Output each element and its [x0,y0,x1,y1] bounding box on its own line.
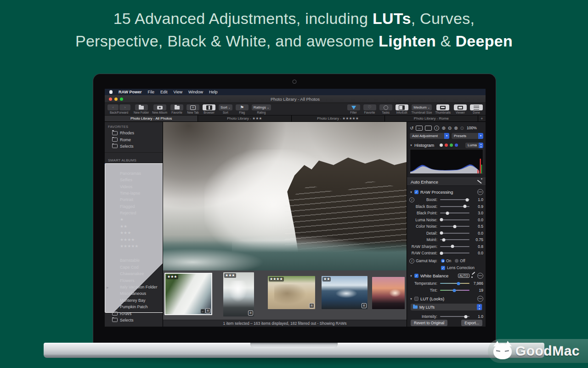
disclosure-triangle-icon[interactable]: ▶ [107,286,109,289]
favorite-button[interactable]: ♡ Favorite [363,104,376,114]
fit-width-icon[interactable]: ↔ [416,126,423,131]
sidebar-item-3-star[interactable]: ★★★ [105,230,163,236]
slider-track[interactable] [440,226,469,227]
sidebar-item-flowers[interactable]: Flowers [105,277,163,283]
gamut-on-radio[interactable] [441,259,445,263]
channel-green-dot[interactable] [450,144,453,147]
options-ellipsis-icon[interactable]: ••• [477,189,483,195]
slider-knob[interactable] [465,198,469,201]
sidebar-item-raws[interactable]: RAWs [105,310,163,316]
sidebar-item-pumpkin-patch[interactable]: Pumpkin Patch [105,304,163,310]
disclosure-triangle-icon[interactable]: ▼ [410,298,413,300]
my-luts-select[interactable]: My LUTs ▴▾ [411,304,482,310]
eyedropper-icon[interactable] [471,274,475,278]
new-folder-button[interactable]: New Folder [134,104,149,114]
zoom-fill-icon[interactable]: ⊙ [460,126,464,131]
sidebar-item-selects-fav[interactable]: Selects [105,143,163,150]
slider-knob[interactable] [440,218,443,221]
sidebar-item-flagged[interactable]: Flagged [105,203,163,210]
sidebar-item-1-star[interactable]: ★ [105,216,163,223]
slider-track[interactable] [440,253,469,253]
slider-track[interactable] [440,219,469,220]
lens-correction-checkbox[interactable]: ✓ [441,266,445,270]
tasks-button[interactable]: Tasks [379,104,392,114]
slider-knob[interactable] [452,289,456,292]
sort-dropdown[interactable]: Sort⌄ Sort [219,104,232,114]
new-tab-button[interactable]: + New Tab [187,104,199,114]
slider-knob[interactable] [442,238,445,242]
channel-luma-dot[interactable] [440,144,443,147]
disclosure-triangle-icon[interactable]: ▼ [410,275,413,277]
sidebar-item-4-star[interactable]: ★★★★ [105,236,163,242]
thumbnails-button[interactable]: Thumbnails [435,104,451,114]
options-ellipsis-icon[interactable]: ••• [477,296,483,302]
sidebar-item-chawanakee[interactable]: Chawanakee [105,270,163,277]
browser-toggle-button[interactable]: Browser [203,104,215,114]
auto-enhance-bar[interactable]: Auto Enhance [407,178,486,186]
slider-knob[interactable] [440,231,443,235]
apple-menu-icon[interactable] [109,90,113,94]
filmstrip-thumb-2[interactable]: ★★★ R [223,272,254,316]
tab-all-photos[interactable]: Photo Library - All Photos [105,115,198,121]
filmstrip-thumb-3[interactable]: ★★★★ R [268,276,315,309]
menu-window[interactable]: Window [188,90,203,94]
sidebar-item-monterey-bay[interactable]: Monterey Bay [105,297,163,304]
menu-view[interactable]: View [174,90,182,94]
sidebar-item-5-star[interactable]: ★★★★★ [105,243,163,249]
disclosure-triangle-icon[interactable]: ▼ [410,191,413,194]
slider-track[interactable] [440,233,469,234]
thumbnail-size-dropdown[interactable]: Medium⌄ Thumbnail Size [412,104,432,114]
ratings-dropdown[interactable]: Ratings⌄ Rating [252,104,271,114]
slider-track[interactable] [440,239,469,240]
info-icon[interactable]: i [409,197,414,202]
menu-file[interactable]: File [148,90,155,94]
filmstrip-thumb-5[interactable] [372,277,405,309]
add-adjustment-dropdown[interactable]: Add Adjustment▾ [410,133,449,139]
sidebar-item-barnstable[interactable]: Barnstable [105,257,163,264]
sidebar-item-rhodes[interactable]: Rhodes [105,130,163,136]
channel-select[interactable]: Luma▴▾ [465,143,483,148]
menu-help[interactable]: Help [209,90,218,94]
sidebar-item-portrait[interactable]: Portrait [105,196,163,203]
rotate-icon[interactable]: ↺ [410,126,413,131]
export-button[interactable]: Export... [461,320,482,326]
zoom-fit-icon[interactable]: ⊗ [454,126,458,131]
slider-knob[interactable] [451,245,454,248]
slider-track[interactable] [440,316,469,317]
sidebar-item-2-star[interactable]: ★★ [105,223,163,230]
sidebar-item-time-lapse[interactable]: Time-lapse [105,190,163,196]
slider-track[interactable] [440,246,469,247]
flag-button[interactable]: ⚑ Flag [236,104,249,114]
sidebar-item-miscellaneous[interactable]: Miscellaneous [105,290,163,297]
sidebar-item-selects[interactable]: Selects [105,317,163,323]
menu-edit[interactable]: Edit [160,90,168,94]
forward-button[interactable]: › [119,104,130,110]
back-button[interactable]: ‹ [107,104,119,110]
lut-checkbox[interactable]: ✓ [414,297,418,301]
filmstrip-thumb-4[interactable]: ★★ R [322,276,368,309]
sidebar-item-videos[interactable]: Videos [105,183,163,190]
disclosure-triangle-icon[interactable]: ▼ [410,144,413,147]
tab-rome[interactable]: Photo Library - Rome [385,115,478,121]
compare-icon[interactable] [425,126,432,131]
slider-track[interactable] [440,206,469,207]
sidebar-item-selfies[interactable]: Selfies [105,177,163,183]
sidebar-item-italy-vacation-folder[interactable]: ▶Italy Vacation Folder [105,284,163,290]
filter-button[interactable]: Filter [347,104,360,114]
channel-red-dot[interactable] [445,144,448,147]
main-photo-wave-on-rocks[interactable] [163,122,407,270]
slider-knob[interactable] [453,225,457,228]
viewer-button[interactable]: Viewer [454,104,467,114]
slider-knob[interactable] [464,205,467,208]
info-icon[interactable]: i [409,259,414,264]
sidebar-item-all-photos[interactable]: All Photos [105,163,163,170]
slider-knob[interactable] [440,252,443,255]
raw-processing-checkbox[interactable]: ✓ [414,190,418,194]
channel-blue-dot[interactable] [455,144,458,147]
slider-knob[interactable] [457,282,460,285]
zoom-out-icon[interactable]: ⊖ [448,126,452,131]
filmstrip-thumb-1[interactable]: ★★★ ← R [164,273,212,315]
slider-knob[interactable] [446,212,449,215]
revert-to-original-button[interactable]: Revert to Original [411,320,447,326]
white-balance-checkbox[interactable]: ✓ [414,274,418,278]
